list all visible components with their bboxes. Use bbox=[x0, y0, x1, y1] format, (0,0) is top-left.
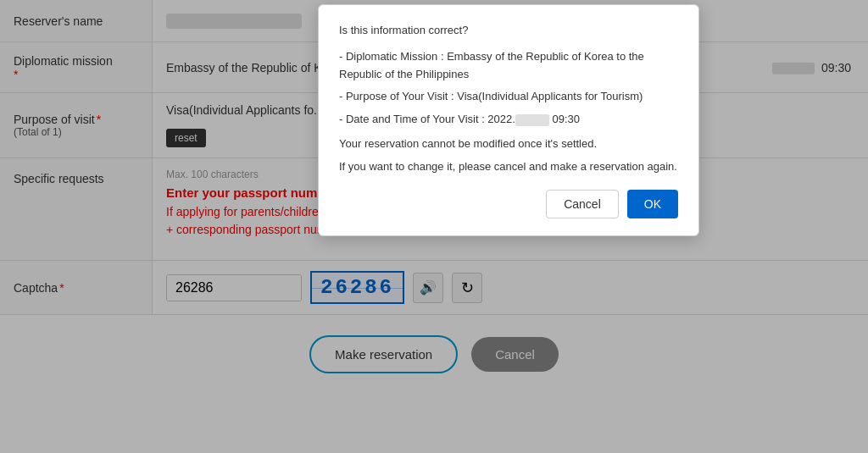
dialog-line3-suffix: 09:30 bbox=[549, 113, 580, 125]
dialog-ok-button[interactable]: OK bbox=[627, 190, 678, 218]
dialog-line1: - Diplomatic Mission : Embassy of the Re… bbox=[339, 48, 678, 84]
dialog-line3-prefix: - Date and Time of Your Visit : 2022. bbox=[339, 113, 515, 125]
dialog-date-blurred bbox=[515, 114, 549, 126]
dialog-line3: - Date and Time of Your Visit : 2022. 09… bbox=[339, 111, 678, 129]
dialog-body: Is this information correct? - Diplomati… bbox=[339, 22, 678, 176]
dialog-change-notice: If you want to change it, please cancel … bbox=[339, 158, 678, 176]
dialog-title: Is this information correct? bbox=[339, 22, 678, 40]
confirmation-dialog: Is this information correct? - Diplomati… bbox=[318, 4, 699, 236]
dialog-cancel-button[interactable]: Cancel bbox=[546, 190, 619, 218]
dialog-line2: - Purpose of Your Visit : Visa(Individua… bbox=[339, 88, 678, 106]
dialog-footer: Cancel OK bbox=[339, 190, 678, 218]
dialog-warning: Your reservation cannot be modified once… bbox=[339, 135, 678, 153]
